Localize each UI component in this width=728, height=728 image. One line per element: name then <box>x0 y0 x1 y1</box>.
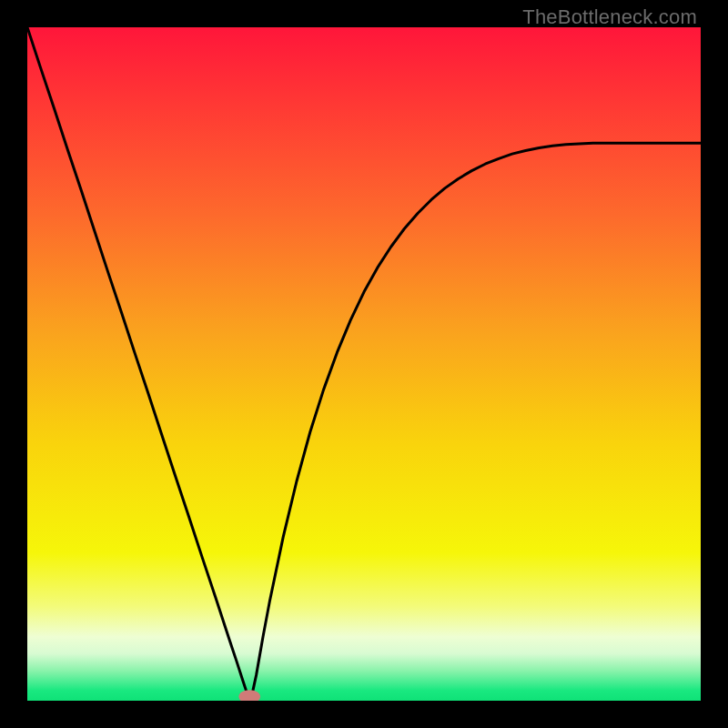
chart-frame: TheBottleneck.com <box>0 0 728 728</box>
chart-svg <box>27 27 701 701</box>
plot-area <box>27 27 701 701</box>
gradient-background <box>27 27 701 701</box>
watermark-text: TheBottleneck.com <box>522 5 697 29</box>
